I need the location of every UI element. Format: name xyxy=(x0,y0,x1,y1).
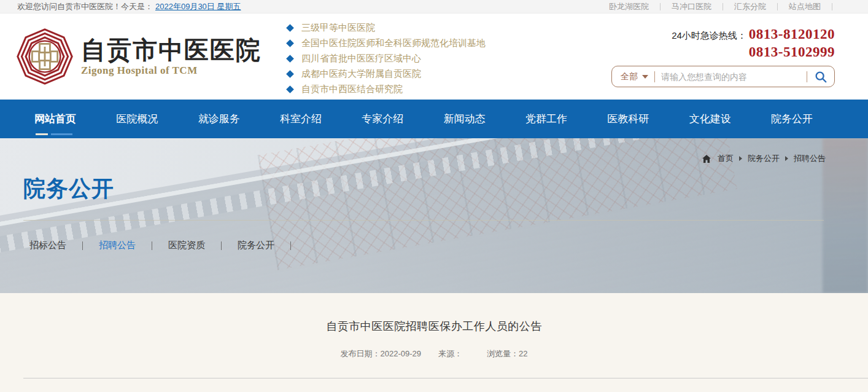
topbar-link-branch-1[interactable]: 卧龙湖医院 xyxy=(598,1,660,12)
hospital-name: 自贡市中医医院 xyxy=(81,36,262,63)
nav-label: 就诊服务 xyxy=(198,113,240,125)
nav-item-news[interactable]: 新闻动态 xyxy=(444,108,486,130)
page: 欢迎您访问自贡市中医医院！今天是： 2022年09月30日 星期五 卧龙湖医院 … xyxy=(0,0,868,392)
nav-label: 党群工作 xyxy=(525,113,567,125)
nav-item-culture[interactable]: 文化建设 xyxy=(689,108,731,130)
publish-date: 2022-09-29 xyxy=(381,349,422,358)
home-icon[interactable] xyxy=(702,155,711,163)
nav-label: 专家介绍 xyxy=(362,113,403,125)
breadcrumb-section[interactable]: 院务公开 xyxy=(742,153,785,164)
page-banner: 首页 院务公开 招聘公告 院务公开 招标公告 招聘公告 医院资质 院务公开 xyxy=(0,138,868,293)
site-header: 自贡市中医医院 Zigong Hospital of TCM 三级甲等中医医院 … xyxy=(0,14,868,100)
diamond-bullet-icon xyxy=(286,55,294,63)
accreditation-item: 成都中医药大学附属自贡医院 xyxy=(287,66,486,82)
accreditation-item: 四川省首批中医医疗区域中心 xyxy=(287,51,486,66)
welcome-text: 欢迎您访问自贡市中医医院！今天是： xyxy=(17,1,153,12)
nav-item-experts[interactable]: 专家介绍 xyxy=(362,108,403,130)
accreditation-item: 全国中医住院医师和全科医师规范化培训基地 xyxy=(287,36,486,51)
nav-label: 网站首页 xyxy=(34,113,76,125)
topbar-link-branch-3[interactable]: 汇东分院 xyxy=(723,1,777,12)
nav-label: 文化建设 xyxy=(689,113,731,125)
topbar-links: 卧龙湖医院 马冲口医院 汇东分院 站点地图 xyxy=(598,1,832,12)
nav-item-home[interactable]: 网站首页 xyxy=(34,108,76,130)
chevron-down-icon xyxy=(642,75,648,79)
hospital-logo[interactable]: 自贡市中医医院 Zigong Hospital of TCM xyxy=(16,28,262,85)
hotline-label: 24小时急诊热线： xyxy=(672,27,746,44)
emergency-hotline: 24小时急诊热线： 0813-8120120 0813-5102999 xyxy=(672,26,835,60)
nav-label: 新闻动态 xyxy=(444,113,486,125)
nav-item-departments[interactable]: 科室介绍 xyxy=(280,108,322,130)
publish-date-label: 发布日期： xyxy=(341,349,381,358)
main-navigation: 网站首页 医院概况 就诊服务 科室介绍 专家介绍 新闻动态 党群工作 医教科研 … xyxy=(0,100,868,138)
current-date: 2022年09月30日 星期五 xyxy=(155,1,241,12)
tab-hospital-affairs[interactable]: 院务公开 xyxy=(238,240,274,251)
search-box: 全部 xyxy=(611,66,835,87)
accreditation-list: 三级甲等中医医院 全国中医住院医师和全科医师规范化培训基地 四川省首批中医医疗区… xyxy=(287,20,486,97)
source-label: 来源： xyxy=(438,349,462,358)
accreditation-label: 自贡市中西医结合研究院 xyxy=(301,84,403,95)
accreditation-label: 四川省首批中医医疗区域中心 xyxy=(301,53,421,65)
banner-divider xyxy=(23,220,824,221)
breadcrumb-current: 招聘公告 xyxy=(788,153,831,164)
content-divider xyxy=(23,378,868,378)
nav-label: 科室介绍 xyxy=(280,113,322,125)
nav-item-party[interactable]: 党群工作 xyxy=(525,108,567,130)
accreditation-label: 全国中医住院医师和全科医师规范化培训基地 xyxy=(301,37,486,49)
lattice-window-decor xyxy=(257,138,737,270)
breadcrumb: 首页 院务公开 招聘公告 xyxy=(702,153,831,164)
diamond-bullet-icon xyxy=(286,70,294,78)
page-title: 院务公开 xyxy=(23,174,114,204)
diamond-bullet-icon xyxy=(286,24,294,32)
search-category-label: 全部 xyxy=(621,71,638,82)
hotline-number-1: 0813-8120120 xyxy=(749,26,835,42)
hospital-emblem-icon xyxy=(16,28,74,85)
article-section: 自贡市中医医院招聘医保办工作人员的公告 发布日期：2022-09-29来源：浏览… xyxy=(0,293,868,392)
topbar-link-branch-2[interactable]: 马冲口医院 xyxy=(661,1,723,12)
diamond-bullet-icon xyxy=(286,39,294,47)
accreditation-label: 成都中医药大学附属自贡医院 xyxy=(301,68,421,80)
search-button[interactable] xyxy=(807,66,834,87)
header-right-column: 24小时急诊热线： 0813-8120120 0813-5102999 全部 xyxy=(611,26,835,87)
nav-item-affairs[interactable]: 院务公开 xyxy=(771,108,813,130)
section-tabs: 招标公告 招聘公告 医院资质 院务公开 xyxy=(29,240,291,251)
accreditation-item: 三级甲等中医医院 xyxy=(287,20,486,36)
divider xyxy=(152,241,152,250)
search-input[interactable] xyxy=(655,66,807,87)
nav-label: 院务公开 xyxy=(771,113,813,125)
tab-recruitment-notices[interactable]: 招聘公告 xyxy=(99,240,136,251)
diamond-bullet-icon xyxy=(286,85,294,93)
topbar-link-sitemap[interactable]: 站点地图 xyxy=(778,1,832,12)
breadcrumb-home[interactable]: 首页 xyxy=(712,153,739,164)
accreditation-label: 三级甲等中医医院 xyxy=(301,22,375,34)
nav-label: 医院概况 xyxy=(116,113,158,125)
views-label: 浏览量： xyxy=(487,349,519,358)
nav-item-services[interactable]: 就诊服务 xyxy=(198,108,240,130)
divider xyxy=(221,241,222,250)
top-utility-bar: 欢迎您访问自贡市中医医院！今天是： 2022年09月30日 星期五 卧龙湖医院 … xyxy=(0,0,868,14)
tab-bidding-notices[interactable]: 招标公告 xyxy=(29,240,66,251)
article-meta: 发布日期：2022-09-29来源：浏览量：22 xyxy=(0,348,868,359)
article-title: 自贡市中医医院招聘医保办工作人员的公告 xyxy=(0,293,868,334)
accreditation-item: 自贡市中西医结合研究院 xyxy=(287,82,486,97)
welcome-message: 欢迎您访问自贡市中医医院！今天是： 2022年09月30日 星期五 xyxy=(17,1,241,12)
divider xyxy=(82,241,83,250)
tab-hospital-qualifications[interactable]: 医院资质 xyxy=(168,240,205,251)
active-nav-underline xyxy=(36,133,72,135)
nav-item-education[interactable]: 医教科研 xyxy=(607,108,649,130)
nav-label: 医教科研 xyxy=(607,113,649,125)
search-icon xyxy=(814,70,827,84)
divider xyxy=(290,241,291,250)
search-category-dropdown[interactable]: 全部 xyxy=(612,71,654,82)
hospital-name-block: 自贡市中医医院 Zigong Hospital of TCM xyxy=(81,36,262,77)
divider xyxy=(832,3,832,10)
hotline-number-2: 0813-5102999 xyxy=(672,44,835,60)
hospital-name-english: Zigong Hospital of TCM xyxy=(81,65,262,77)
nav-item-overview[interactable]: 医院概况 xyxy=(116,108,158,130)
views-count: 22 xyxy=(519,349,527,358)
